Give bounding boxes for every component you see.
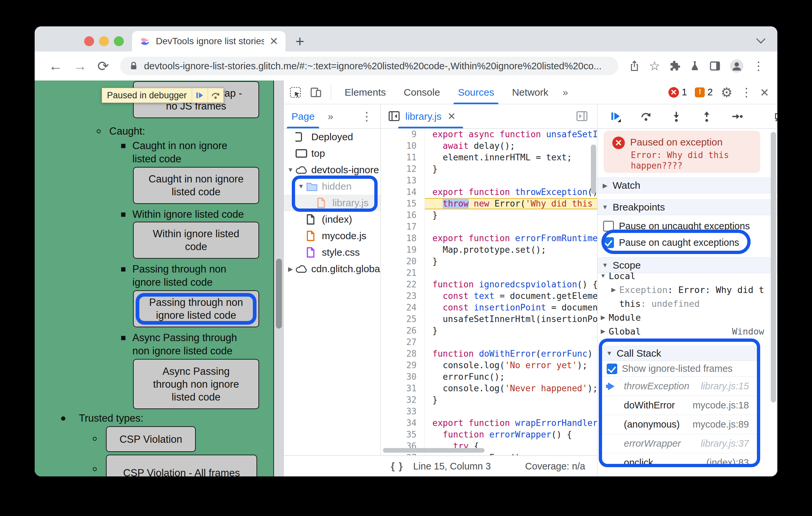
line-number[interactable]: 13 — [381, 175, 425, 186]
step-over-icon[interactable] — [640, 111, 652, 122]
csp-violation-all-frames-button[interactable]: CSP Violation - All frames — [106, 455, 257, 477]
caught-non-ignore-button[interactable]: Caught in non ignore listed code — [133, 167, 259, 204]
code-line-15[interactable]: 15 throw new Error('Why did this happen?… — [381, 198, 597, 210]
step-out-icon[interactable] — [701, 111, 713, 122]
tree-item-library-js[interactable]: library.js — [284, 195, 381, 211]
scope-row-this[interactable]: this: undefined — [598, 297, 777, 310]
scope-row-global[interactable]: ▶GlobalWindow — [598, 324, 777, 338]
tree-item-devtools-ignore[interactable]: ▼devtools-ignore — [284, 162, 381, 178]
minimize-window-button[interactable] — [99, 36, 109, 46]
line-number[interactable]: 29 — [381, 360, 425, 371]
call-stack-frame-dowitherror[interactable]: doWithErrormycode.js:18 — [602, 396, 757, 415]
line-number[interactable]: 34 — [381, 417, 425, 429]
page-scrollbar-track[interactable] — [273, 81, 283, 477]
code-line-11[interactable]: 11 element.innerHTML = text; — [381, 152, 597, 163]
editor-vscrollbar-thumb[interactable] — [591, 145, 596, 194]
code-line-12[interactable]: 12} — [381, 163, 597, 175]
devtools-tab-sources[interactable]: Sources — [449, 81, 503, 104]
navigator-menu-icon[interactable]: ⋮ — [361, 110, 373, 123]
resume-script-icon[interactable] — [192, 88, 208, 102]
async-passing-button[interactable]: Async Passing through non ignore listed … — [133, 359, 259, 409]
tree-item-cdn-glitch-globa[interactable]: ▶cdn.glitch.globa — [284, 261, 381, 277]
within-ignore-button[interactable]: Within ignore listed code — [133, 222, 259, 259]
scope-row-local[interactable]: ▼Local — [598, 269, 777, 283]
tree-item-mycode-js[interactable]: mycode.js — [284, 227, 381, 244]
call-stack-section-header[interactable]: ▼ Call Stack — [602, 346, 757, 361]
pause-caught-row[interactable]: Pause on caught exceptions — [598, 235, 777, 250]
close-tab-icon[interactable]: ✕ — [269, 35, 278, 48]
more-tabs-icon[interactable]: » — [557, 87, 573, 98]
tree-item-deployed[interactable]: Deployed — [284, 129, 381, 145]
line-number[interactable]: 25 — [381, 313, 425, 325]
close-editor-tab-icon[interactable]: ✕ — [447, 111, 456, 122]
checkbox-unchecked-icon[interactable] — [603, 221, 614, 232]
back-icon[interactable]: ← — [49, 58, 62, 74]
chevron-right-icon[interactable]: ▶ — [608, 286, 619, 293]
resume-execution-icon[interactable] — [610, 111, 621, 122]
tab-page[interactable]: Page — [284, 104, 322, 128]
csp-violation-button[interactable]: CSP Violation — [106, 426, 196, 452]
code-line-34[interactable]: 34export function wrapErrorHandler(error… — [381, 417, 597, 429]
code-line-18[interactable]: 18export function errorFromRuntime() { — [381, 233, 597, 244]
code-line-23[interactable]: 23 const text = document.getElementById( — [381, 290, 597, 302]
code-line-19[interactable]: 19 Map.prototype.set(); — [381, 244, 597, 256]
chevron-right-icon[interactable]: ▶ — [598, 328, 609, 335]
show-ignore-listed-row[interactable]: Show ignore-listed frames — [602, 361, 757, 377]
chevron-right-icon[interactable]: ▶ — [598, 314, 609, 321]
call-stack-frame--anonymous-[interactable]: (anonymous)mycode.js:89 — [602, 415, 757, 434]
line-number[interactable]: 15 — [381, 198, 425, 210]
editor-tab-library-js[interactable]: library.js ✕ — [398, 104, 463, 128]
step-icon[interactable] — [731, 111, 743, 122]
tree-item-hidden[interactable]: ▼hidden — [284, 178, 381, 195]
close-window-button[interactable] — [84, 36, 94, 46]
code-line-35[interactable]: 35 function errorWrapper() { — [381, 429, 597, 441]
breakpoints-section-header[interactable]: ▼ Breakpoints — [598, 199, 777, 215]
line-number[interactable]: 28 — [381, 348, 425, 360]
bookmark-star-icon[interactable]: ☆ — [649, 59, 660, 73]
passing-through-button[interactable]: Passing through non ignore listed code — [133, 290, 259, 327]
line-number[interactable]: 24 — [381, 302, 425, 313]
line-number[interactable]: 27 — [381, 336, 425, 348]
watch-section-header[interactable]: ▶ Watch — [598, 178, 777, 193]
line-number[interactable]: 23 — [381, 290, 425, 302]
extensions-puzzle-icon[interactable] — [669, 60, 680, 72]
code-line-33[interactable]: 33 — [381, 406, 597, 417]
browser-tab[interactable]: DevTools ignore list stories ✕ — [132, 31, 286, 52]
line-number[interactable]: 19 — [381, 244, 425, 256]
code-line-16[interactable]: 16} — [381, 210, 597, 221]
tree-item-style-css[interactable]: style.css — [284, 244, 381, 261]
devtools-tab-elements[interactable]: Elements — [336, 81, 395, 104]
address-bar[interactable]: devtools-ignore-list-stories.glitch.me/#… — [120, 57, 618, 75]
more-panes-icon[interactable]: » — [322, 111, 338, 122]
side-panel-icon[interactable] — [709, 60, 721, 72]
line-number[interactable]: 22 — [381, 279, 425, 290]
line-number[interactable]: 17 — [381, 221, 425, 233]
tab-search-chevron-icon[interactable] — [756, 34, 765, 43]
tree-item-top[interactable]: top — [284, 145, 381, 162]
sidebar-scrollbar-thumb[interactable] — [771, 132, 776, 402]
close-devtools-icon[interactable]: × — [760, 86, 769, 98]
code-line-25[interactable]: 25 unsafeSetInnerHtml(insertionPoint, te… — [381, 313, 597, 325]
show-sidebar-icon[interactable] — [576, 110, 588, 122]
scope-row-exception[interactable]: ▶Exception: Error: Why did t — [598, 283, 777, 297]
experiments-flask-icon[interactable] — [689, 60, 700, 71]
line-number[interactable]: 9 — [381, 129, 425, 140]
line-number[interactable]: 32 — [381, 394, 425, 406]
checkbox-checked-icon[interactable] — [607, 364, 617, 374]
line-number[interactable]: 21 — [381, 267, 425, 279]
devtools-tab-console[interactable]: Console — [395, 81, 449, 104]
forward-icon[interactable]: → — [73, 58, 87, 74]
code-line-24[interactable]: 24 const insertionPoint = document.getEl… — [381, 302, 597, 313]
line-number[interactable]: 10 — [381, 140, 425, 152]
code-line-26[interactable]: 26} — [381, 325, 597, 336]
code-line-32[interactable]: 32} — [381, 394, 597, 406]
code-line-13[interactable]: 13 — [381, 175, 597, 186]
line-number[interactable]: 30 — [381, 371, 425, 383]
line-number[interactable]: 26 — [381, 325, 425, 336]
code-line-22[interactable]: 22function ignoredcspviolation() { — [381, 279, 597, 290]
line-number[interactable]: 20 — [381, 256, 425, 267]
call-stack-frame-onclick[interactable]: onclick(index):83 — [602, 453, 757, 467]
scope-row-module[interactable]: ▶Module — [598, 310, 777, 324]
inspect-element-icon[interactable] — [289, 86, 301, 98]
line-number[interactable]: 16 — [381, 210, 425, 221]
